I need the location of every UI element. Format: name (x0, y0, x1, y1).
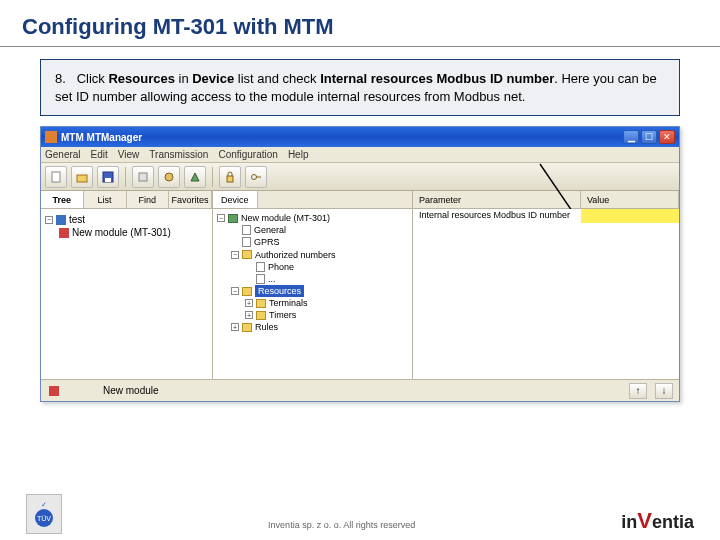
folder-icon (256, 311, 266, 320)
toolbar-separator (212, 167, 213, 187)
maximize-button[interactable]: ☐ (641, 130, 657, 144)
parameter-header: Parameter Value (413, 191, 679, 209)
param-row[interactable]: Internal resources Modbus ID number (413, 209, 679, 223)
toolbar-open-icon[interactable] (71, 166, 93, 188)
collapse-icon[interactable]: − (231, 287, 239, 295)
devtree-dots[interactable]: ... (217, 273, 408, 285)
toolbar-btn6-icon[interactable] (184, 166, 206, 188)
tuv-circle: TÜV (35, 509, 53, 527)
tuv-badge: ✓ TÜV (26, 494, 62, 534)
expand-icon[interactable]: + (245, 311, 253, 319)
logo-pre: in (621, 512, 637, 532)
devtree-terminals-label: Terminals (269, 297, 308, 309)
tree-module[interactable]: New module (MT-301) (45, 226, 208, 239)
col-parameter[interactable]: Parameter (413, 191, 581, 208)
workarea: Tree List Find Favorites − test New modu… (41, 191, 679, 379)
tab-find[interactable]: Find (127, 191, 170, 208)
toolbar (41, 163, 679, 191)
devtree-gprs[interactable]: GPRS (217, 236, 408, 248)
devtree-root-label: New module (MT-301) (241, 212, 330, 224)
copyright-text: Inventia sp. z o. o. All rights reserved (62, 520, 621, 534)
toolbar-btn4-icon[interactable] (132, 166, 154, 188)
nav-up-button[interactable]: ↑ (629, 383, 647, 399)
expand-icon[interactable]: + (245, 299, 253, 307)
nav-down-button[interactable]: ↓ (655, 383, 673, 399)
module-icon (49, 386, 59, 396)
device-tree[interactable]: −New module (MT-301) General GPRS −Autho… (213, 209, 412, 379)
left-tabs: Tree List Find Favorites (41, 191, 212, 209)
tree-root[interactable]: − test (45, 213, 208, 226)
devtree-rules[interactable]: +Rules (217, 321, 408, 333)
toolbar-btn5-icon[interactable] (158, 166, 180, 188)
collapse-icon[interactable]: − (231, 251, 239, 259)
svg-rect-6 (139, 173, 147, 181)
devtree-auth[interactable]: −Authorized numbers (217, 249, 408, 261)
module-icon (59, 228, 69, 238)
devtree-timers-label: Timers (269, 309, 296, 321)
page-icon (256, 274, 265, 284)
svg-rect-2 (52, 172, 60, 182)
devtree-terminals[interactable]: +Terminals (217, 297, 408, 309)
slide-title: Configuring MT-301 with MTM (0, 0, 720, 46)
chip-icon (228, 214, 238, 223)
folder-icon (256, 299, 266, 308)
devtree-resources-label: Resources (255, 285, 304, 297)
menu-view[interactable]: View (118, 149, 140, 160)
col-value[interactable]: Value (581, 191, 679, 208)
devtree-auth-label: Authorized numbers (255, 249, 336, 261)
left-pane: Tree List Find Favorites − test New modu… (41, 191, 213, 379)
parameter-pane: Parameter Value Internal resources Modbu… (413, 191, 679, 379)
collapse-icon[interactable]: − (217, 214, 225, 222)
param-value[interactable] (581, 209, 679, 223)
device-pane: Device −New module (MT-301) General GPRS… (213, 191, 413, 379)
logo-post: entia (652, 512, 694, 532)
toolbar-key-icon[interactable] (245, 166, 267, 188)
toolbar-save-icon[interactable] (97, 166, 119, 188)
tab-tree[interactable]: Tree (41, 191, 84, 208)
parameter-body: Internal resources Modbus ID number (413, 209, 679, 379)
menu-help[interactable]: Help (288, 149, 309, 160)
minimize-button[interactable]: ▁ (623, 130, 639, 144)
tab-device[interactable]: Device (213, 191, 258, 208)
devtree-phone[interactable]: Phone (217, 261, 408, 273)
tree-root-label: test (69, 214, 85, 225)
devtree-general-label: General (254, 224, 286, 236)
instruction-text: Click Resources in Device list and check… (55, 71, 657, 104)
expand-icon[interactable]: + (231, 323, 239, 331)
device-tabs: Device (213, 191, 412, 209)
project-icon (56, 215, 66, 225)
devtree-resources[interactable]: −Resources (217, 285, 408, 297)
project-tree[interactable]: − test New module (MT-301) (41, 209, 212, 379)
menubar: General Edit View Transmission Configura… (41, 147, 679, 163)
menu-edit[interactable]: Edit (91, 149, 108, 160)
slide-footer: ✓ TÜV Inventia sp. z o. o. All rights re… (0, 494, 720, 534)
titlebar: MTM MTManager ▁ ☐ ✕ (41, 127, 679, 147)
app-window: MTM MTManager ▁ ☐ ✕ General Edit View Tr… (40, 126, 680, 402)
close-button[interactable]: ✕ (659, 130, 675, 144)
statusbar: New module ↑ ↓ (41, 379, 679, 401)
svg-rect-3 (77, 175, 87, 182)
param-name: Internal resources Modbus ID number (413, 209, 581, 223)
step-number: 8. (55, 70, 73, 88)
collapse-icon[interactable]: − (45, 216, 53, 224)
tab-list[interactable]: List (84, 191, 127, 208)
page-icon (242, 237, 251, 247)
devtree-timers[interactable]: +Timers (217, 309, 408, 321)
devtree-root[interactable]: −New module (MT-301) (217, 212, 408, 224)
menu-general[interactable]: General (45, 149, 81, 160)
folder-icon (242, 250, 252, 259)
window-title: MTM MTManager (61, 132, 623, 143)
toolbar-separator (125, 167, 126, 187)
tab-favorites[interactable]: Favorites (169, 191, 212, 208)
devtree-general[interactable]: General (217, 224, 408, 236)
menu-transmission[interactable]: Transmission (149, 149, 208, 160)
toolbar-new-icon[interactable] (45, 166, 67, 188)
page-icon (256, 262, 265, 272)
folder-icon (242, 287, 252, 296)
toolbar-lock-icon[interactable] (219, 166, 241, 188)
title-divider (0, 46, 720, 47)
app-icon (45, 131, 57, 143)
svg-rect-9 (227, 176, 233, 182)
menu-configuration[interactable]: Configuration (218, 149, 277, 160)
instruction-box: 8. Click Resources in Device list and ch… (40, 59, 680, 116)
